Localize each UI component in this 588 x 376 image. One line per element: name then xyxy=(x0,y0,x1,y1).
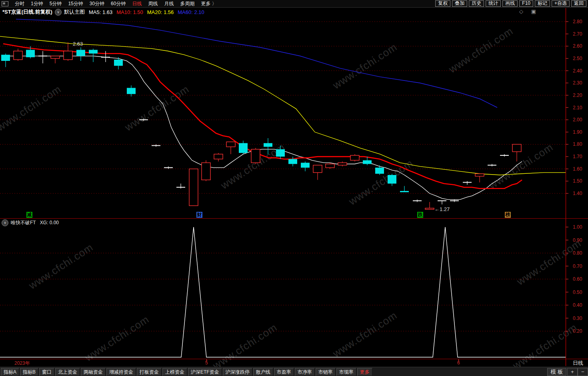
symbol-title: *ST京蓝(日线.前复权) xyxy=(2,8,52,16)
menu-item-1[interactable]: 1分钟 xyxy=(28,0,46,7)
menu-item-0[interactable]: 分时 xyxy=(12,0,28,7)
app-window: www.cfchi.comwww.cfchi.comwww.cfchi.comw… xyxy=(0,0,588,376)
menu-item-5[interactable]: 60分钟 xyxy=(108,0,129,7)
toolbar-tab-0[interactable]: 指标A xyxy=(1,368,19,376)
period-label: 日线 xyxy=(573,360,583,367)
menu-button-6[interactable]: 标记 xyxy=(535,0,550,7)
menu-item-6[interactable]: 日线 xyxy=(129,0,145,7)
indicator-name: 唯快不破FT xyxy=(11,219,36,226)
toolbar-tab-11[interactable]: 市盈率 xyxy=(274,368,294,376)
menu-item-2[interactable]: 5分钟 xyxy=(46,0,65,7)
menu-item-3[interactable]: 15分钟 xyxy=(65,0,86,7)
menu-item-9[interactable]: 多周期 xyxy=(177,0,198,7)
chart-canvas xyxy=(0,0,588,376)
toolbar-tab-12[interactable]: 市净率 xyxy=(295,368,315,376)
ma-label-3: MA60: 2.10 xyxy=(178,9,204,15)
toolbar-tab-8[interactable]: 沪深ETF资金 xyxy=(188,368,222,376)
ma-label-2: MA20: 1.56 xyxy=(147,9,174,15)
layout-label: 默认主图 xyxy=(64,8,85,16)
chevron-down-icon[interactable]: ∨ xyxy=(55,9,62,16)
indicator-value: XG: 0.00 xyxy=(40,220,59,225)
toolbar-tab-7[interactable]: 上榜资金 xyxy=(162,368,187,376)
menu-button-0[interactable]: 复权 xyxy=(435,0,450,7)
menu-button-3[interactable]: 统计 xyxy=(486,0,501,7)
menu-item-8[interactable]: 月线 xyxy=(161,0,177,7)
menu-item-4[interactable]: 30分钟 xyxy=(86,0,108,7)
toolbar-tab-3[interactable]: 北上资金 xyxy=(55,368,80,376)
ma-legend: MA5: 1.63MA10: 1.50MA20: 1.56MA60: 2.10 xyxy=(89,9,208,15)
ma-label-1: MA10: 1.50 xyxy=(116,9,143,15)
toolbar-tab-10[interactable]: 散户线 xyxy=(253,368,273,376)
header-mini-icons[interactable]: ◇ ▣ xyxy=(519,8,539,14)
indicator-header: ∨ 唯快不破FT XG: 0.00 xyxy=(0,219,59,226)
toolbar-tab-9[interactable]: 沪深涨跌停 xyxy=(223,368,252,376)
zoom-in-button[interactable]: + xyxy=(567,368,578,376)
menu-item-10[interactable]: 更多 〉 xyxy=(198,0,220,7)
ma-label-0: MA5: 1.63 xyxy=(89,9,112,15)
top-menu-bar: 分时1分钟5分钟15分钟30分钟60分钟日线周线月线多周期更多 〉 复权叠加历史… xyxy=(0,0,588,8)
chevron-down-icon[interactable]: ∨ xyxy=(2,219,8,226)
menu-item-7[interactable]: 周线 xyxy=(145,0,161,7)
chart-header: *ST京蓝(日线.前复权) ∨ 默认主图 MA5: 1.63MA10: 1.50… xyxy=(0,8,566,16)
menu-button-5[interactable]: F10 xyxy=(519,0,533,7)
menu-right-buttons: 复权叠加历史统计画线F10标记+自选返回 xyxy=(434,0,588,7)
zoom-out-button[interactable]: − xyxy=(578,368,588,376)
indicator-tabs: 指标A指标B窗口北上资金两融资金增减持资金打板资金上榜资金沪深ETF资金沪深涨跌… xyxy=(0,368,372,376)
app-logo-icon xyxy=(2,1,8,6)
period-menu: 分时1分钟5分钟15分钟30分钟60分钟日线周线月线多周期更多 〉 xyxy=(12,0,220,7)
toolbar-tab-13[interactable]: 市销率 xyxy=(316,368,336,376)
bottom-toolbar: 指标A指标B窗口北上资金两融资金增减持资金打板资金上榜资金沪深ETF资金沪深涨跌… xyxy=(0,367,588,376)
template-button[interactable]: 模 板 xyxy=(547,368,566,376)
toolbar-tab-5[interactable]: 增减持资金 xyxy=(106,368,136,376)
menu-button-8[interactable]: 返回 xyxy=(571,0,586,7)
toolbar-tab-4[interactable]: 两融资金 xyxy=(81,368,106,376)
menu-button-2[interactable]: 历史 xyxy=(469,0,484,7)
toolbar-tab-6[interactable]: 打板资金 xyxy=(137,368,162,376)
menu-button-7[interactable]: +自选 xyxy=(552,0,570,7)
menu-button-4[interactable]: 画线 xyxy=(502,0,518,7)
toolbar-tab-1[interactable]: 指标B xyxy=(20,368,38,376)
toolbar-tab-15[interactable]: 更多 xyxy=(357,368,372,376)
toolbar-tab-14[interactable]: 市现率 xyxy=(336,368,356,376)
toolbar-tab-2[interactable]: 窗口 xyxy=(39,368,54,376)
menu-button-1[interactable]: 叠加 xyxy=(452,0,467,7)
